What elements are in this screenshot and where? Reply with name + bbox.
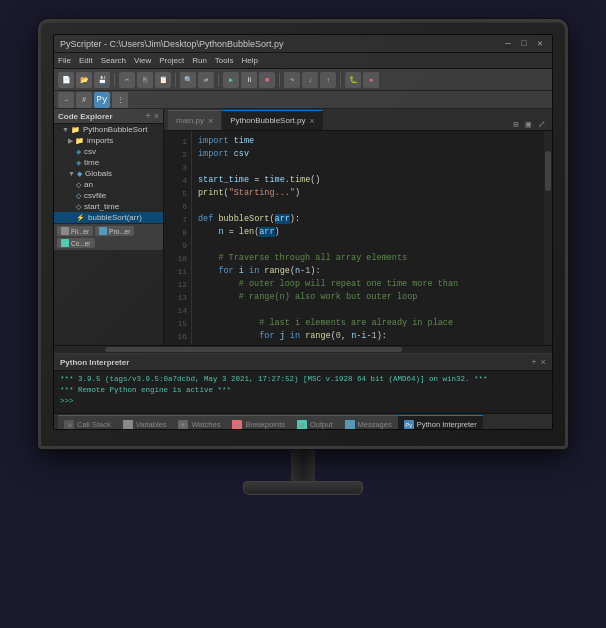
tree-item-csv[interactable]: ◈ csv — [54, 146, 163, 157]
menu-view[interactable]: View — [134, 56, 151, 65]
monitor-outer: PyScripter - C:\Users\Jim\Desktop\Python… — [23, 19, 583, 609]
search-icon[interactable]: 🔍 — [180, 72, 196, 88]
tab-bubblesort[interactable]: PythonBubbleSort.py × — [222, 110, 322, 130]
tab-breakpoints-label: Breakpoints — [245, 420, 285, 429]
cover-button[interactable]: Co...er — [57, 238, 95, 248]
tab-call-stack-label: Call Stack — [77, 420, 111, 429]
tree-label-an: an — [84, 180, 93, 189]
monitor-bezel: PyScripter - C:\Users\Jim\Desktop\Python… — [38, 19, 568, 449]
menu-project[interactable]: Project — [159, 56, 184, 65]
code-content: import time import csv start_time = time… — [192, 131, 544, 345]
toolbar-sep-5 — [340, 73, 341, 87]
properties-button[interactable]: Pro...er — [95, 226, 134, 236]
tab-copy-path-icon[interactable]: ⊞ — [511, 119, 520, 130]
menu-help[interactable]: Help — [242, 56, 258, 65]
tab-watches[interactable]: 👁 Watches — [172, 415, 226, 430]
toolbar-main: 📄 📂 💾 ✂ ⎘ 📋 🔍 ⇄ ▶ ⏸ ■ ↷ ↓ ↑ 🐛 — [54, 69, 552, 91]
scrollbar-horizontal-thumb[interactable] — [105, 347, 401, 352]
python-icon[interactable]: Py — [94, 92, 110, 108]
tab-python-interpreter[interactable]: Py Python Interpreter — [398, 415, 483, 430]
snippet-icon[interactable]: ⋮ — [112, 92, 128, 108]
tab-bubblesort-close[interactable]: × — [309, 116, 314, 126]
minimize-button[interactable]: ─ — [502, 38, 514, 50]
menu-tools[interactable]: Tools — [215, 56, 234, 65]
scrollbar-horizontal-track[interactable] — [56, 347, 550, 352]
step-out-icon[interactable]: ↑ — [320, 72, 336, 88]
filter-button[interactable]: Fil...er — [57, 226, 93, 236]
tree-item-bubblesort[interactable]: ⚡ bubbleSort(arr) — [54, 212, 163, 223]
step-over-icon[interactable]: ↷ — [284, 72, 300, 88]
debug-icon[interactable]: 🐛 — [345, 72, 361, 88]
paste-icon[interactable]: 📋 — [155, 72, 171, 88]
tab-variables[interactable]: ⊞ Variables — [117, 415, 173, 430]
panel-header: Python Interpreter + × — [54, 355, 552, 371]
tab-messages[interactable]: ✉ Messages — [339, 415, 398, 430]
var-icon-an: ◇ — [76, 181, 81, 189]
tab-main[interactable]: main.py × — [168, 110, 221, 130]
tab-fullscreen-icon[interactable]: ⤢ — [536, 119, 548, 130]
cover-label: Co...er — [71, 240, 91, 247]
tree-item-time[interactable]: ◈ time — [54, 157, 163, 168]
panel-close-icon[interactable]: × — [541, 358, 546, 368]
stop-icon[interactable]: ■ — [259, 72, 275, 88]
menu-file[interactable]: File — [58, 56, 71, 65]
tab-watches-label: Watches — [191, 420, 220, 429]
folder-icon-imports: 📁 — [75, 137, 84, 145]
menu-run[interactable]: Run — [192, 56, 207, 65]
replace-icon[interactable]: ⇄ — [198, 72, 214, 88]
step-into-icon[interactable]: ↓ — [302, 72, 318, 88]
tree-item-starttime[interactable]: ◇ start_time — [54, 201, 163, 212]
indent-icon[interactable]: → — [58, 92, 74, 108]
sidebar-pin-icon[interactable]: + — [145, 111, 150, 121]
title-bar: PyScripter - C:\Users\Jim\Desktop\Python… — [54, 35, 552, 53]
tree-item-root[interactable]: ▼ 📁 PythonBubbleSort — [54, 124, 163, 135]
open-icon[interactable]: 📂 — [76, 72, 92, 88]
tree-item-globals[interactable]: ▼ ◆ Globals — [54, 168, 163, 179]
pause-icon[interactable]: ⏸ — [241, 72, 257, 88]
menu-edit[interactable]: Edit — [79, 56, 93, 65]
tree-item-csvfile[interactable]: ◇ csvfile — [54, 190, 163, 201]
tree-label-csvfile: csvfile — [84, 191, 106, 200]
panel-title: Python Interpreter — [60, 358, 129, 367]
tab-main-label: main.py — [176, 116, 204, 125]
new-file-icon[interactable]: 📄 — [58, 72, 74, 88]
maximize-button[interactable]: □ — [518, 38, 530, 50]
code-editor[interactable]: 1 2 3 4 5 6 7 8 9 10 11 12 13 — [164, 131, 552, 345]
call-stack-icon: ⇲ — [64, 420, 74, 430]
breakpoints-icon: ● — [232, 420, 242, 430]
panel-pin-icon[interactable]: + — [531, 358, 536, 368]
tab-variables-label: Variables — [136, 420, 167, 429]
comment-icon[interactable]: # — [76, 92, 92, 108]
tab-layout-icon[interactable]: ▣ — [524, 119, 533, 130]
run-icon[interactable]: ▶ — [223, 72, 239, 88]
copy-icon[interactable]: ⎘ — [137, 72, 153, 88]
cut-icon[interactable]: ✂ — [119, 72, 135, 88]
breakpoint-icon[interactable]: ● — [363, 72, 379, 88]
tab-output-label: Output — [310, 420, 333, 429]
menu-bar: File Edit Search View Project Run Tools … — [54, 53, 552, 69]
tab-output[interactable]: ▤ Output — [291, 415, 339, 430]
toolbar-sep-2 — [175, 73, 176, 87]
tab-main-close[interactable]: × — [208, 116, 213, 126]
sidebar-header: Code Explorer + × — [54, 109, 163, 124]
scrollbar-vertical[interactable] — [544, 131, 552, 345]
code-area: main.py × PythonBubbleSort.py × ⊞ ▣ ⤢ — [164, 109, 552, 345]
tree-item-imports[interactable]: ▶ 📁 imports — [54, 135, 163, 146]
interpreter-panel: Python Interpreter + × *** 3.9.5 (tags/v… — [54, 353, 552, 413]
menu-search[interactable]: Search — [101, 56, 126, 65]
toolbar-sep-3 — [218, 73, 219, 87]
sidebar-close-icon[interactable]: × — [154, 111, 159, 121]
tab-breakpoints[interactable]: ● Breakpoints — [226, 415, 291, 430]
tree-item-an[interactable]: ◇ an — [54, 179, 163, 190]
close-button[interactable]: ✕ — [534, 38, 546, 50]
filter-icon — [61, 227, 69, 235]
variables-icon: ⊞ — [123, 420, 133, 430]
interpreter-content[interactable]: *** 3.9.5 (tags/v3.9.5:0a7dcbd, May 3 20… — [54, 371, 552, 413]
scrollbar-thumb[interactable] — [545, 151, 551, 191]
bottom-tabs: ⇲ Call Stack ⊞ Variables 👁 Watches ● Bre… — [54, 413, 552, 430]
tree-arrow-imports: ▶ — [68, 137, 73, 145]
tab-call-stack[interactable]: ⇲ Call Stack — [58, 415, 117, 430]
save-icon[interactable]: 💾 — [94, 72, 110, 88]
properties-icon — [99, 227, 107, 235]
tree-label-root: PythonBubbleSort — [83, 125, 148, 134]
